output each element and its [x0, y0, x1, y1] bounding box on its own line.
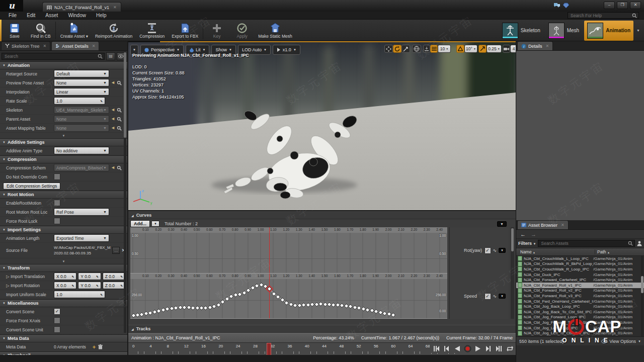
help-search-input[interactable]: [570, 13, 632, 19]
curve-options-dropdown[interactable]: ▼: [499, 294, 506, 299]
asset-row[interactable]: NJA_Cbt_Fwd_OneHand_Cartwheel_IP/Game/Ni…: [516, 299, 644, 304]
asset-row[interactable]: NJA_Cbt_CrouchWalk_R_BkPd_Loop_I/Game/Ni…: [516, 261, 644, 267]
number-field-import-uniform-scale[interactable]: 1.0⬉: [54, 291, 105, 298]
tab-asset-details[interactable]: Asset Details ✕: [51, 41, 99, 50]
browse-icon[interactable]: [117, 80, 122, 85]
playhead-line[interactable]: [269, 233, 270, 273]
dropdown-animation-length[interactable]: Exported Time▼: [54, 234, 109, 242]
menu-help[interactable]: Help: [92, 12, 111, 19]
asset-row[interactable]: NJA_Cbt_CrouchWalk_L_Loop_IPC/Game/Ninja…: [516, 256, 644, 261]
asset-row[interactable]: NJA_Cbt_Forward_Roll_v1_IPC/Game/Ninja_0…: [516, 283, 644, 288]
delete-elements-icon[interactable]: [98, 344, 103, 349]
reset-to-default-icon[interactable]: ◄: [111, 107, 115, 113]
curves-header[interactable]: ◢ Curves: [128, 211, 516, 219]
save-button[interactable]: Save: [2, 20, 27, 41]
curve-plot[interactable]: 256.00256.000.00: [130, 279, 447, 319]
scale-snap-icon[interactable]: [478, 45, 487, 53]
export-to-fbx-button[interactable]: Export to FBX: [168, 20, 202, 41]
rotation-snap-value[interactable]: 10°▼: [464, 45, 477, 53]
curves-scrollbar[interactable]: [511, 227, 514, 319]
mode-animation-button[interactable]: Animation: [584, 21, 633, 41]
preview-viewport[interactable]: z y ▼ Perspective▼ Lit▼ Show▼ LOD Auto▼ …: [128, 42, 516, 210]
step-forward-button[interactable]: [485, 344, 493, 353]
step-backward-button[interactable]: [442, 344, 450, 353]
asset-row[interactable]: NJA_Cbt_Jog_Left_Loop_IPC/Game/Ninja_01/…: [516, 325, 644, 331]
checkbox-force-root-lock[interactable]: [54, 218, 60, 224]
create-asset-button[interactable]: Create Asset ▾: [57, 20, 92, 41]
axis-field-y[interactable]: Y 0.0⬉: [78, 273, 101, 280]
loop-button[interactable]: [506, 344, 514, 353]
asset-row[interactable]: NJA_Cbt_Forward_Roll_v3_IPC/Game/Ninja_0…: [516, 293, 644, 299]
checkbox-do-not-override-com[interactable]: [54, 173, 60, 180]
curve-lane-speed[interactable]: 0.100.200.300.400.500.600.700.800.901.00…: [130, 274, 447, 319]
reset-to-default-icon[interactable]: ◄: [111, 79, 115, 86]
section-header-transform[interactable]: ▼Transform: [0, 264, 127, 272]
dropdown-retarget-source[interactable]: Default▼: [54, 70, 109, 77]
curve-options-dropdown[interactable]: ▼: [499, 248, 506, 253]
playhead-line[interactable]: [269, 227, 270, 233]
asset-row[interactable]: NJA_Cbt_Jog_Back_Loop_IPC/Game/Ninja_01/…: [516, 304, 644, 309]
left-panel-scrollbar[interactable]: [124, 51, 126, 333]
section-header-compression[interactable]: ▼Compression: [0, 155, 127, 163]
surface-snap-icon[interactable]: [423, 45, 430, 53]
asset-row[interactable]: NJA_Cbt_Jog_Forward_Loop_IPC/Game/Ninja_…: [516, 315, 644, 320]
column-settings-icon[interactable]: ▤: [106, 52, 115, 60]
go-to-front-button[interactable]: [432, 344, 440, 353]
asset-row[interactable]: NJA_Cbt_CrouchWalk_R_Loop_IPC/Game/Ninja…: [516, 266, 644, 272]
mode-skeleton-button[interactable]: Skeleton: [499, 21, 543, 41]
checkbox-convert-scene-unit[interactable]: [54, 326, 60, 333]
scale-tool-button[interactable]: [401, 45, 410, 53]
number-field-rate-scale[interactable]: 1.0⬉: [54, 97, 105, 105]
back-arrow-icon[interactable]: ←: [520, 231, 526, 237]
curve-visible-checkbox[interactable]: ✓: [485, 293, 491, 300]
edit-compression-settings-button[interactable]: Edit Compression Settings: [3, 183, 60, 190]
section-header-meta-data[interactable]: ▼Meta Data: [0, 334, 127, 342]
asset-row[interactable]: NJA_Cbt_Duck_IPC/Game/Ninja_01/Anim: [516, 272, 644, 278]
column-header-name[interactable]: Name ▲: [516, 249, 595, 254]
reset-to-default-icon[interactable]: ◄: [111, 116, 115, 122]
menu-window[interactable]: Window: [63, 12, 91, 19]
find-in-cb-button[interactable]: Find in CB: [27, 20, 54, 41]
asset-search-input[interactable]: [540, 240, 628, 246]
browse-icon[interactable]: [117, 126, 122, 131]
checkbox-convert-scene[interactable]: ✓: [54, 308, 60, 315]
browse-icon[interactable]: [117, 117, 122, 122]
tab-close-icon[interactable]: ✕: [43, 44, 47, 48]
play-reverse-button[interactable]: [453, 344, 461, 353]
go-to-end-button[interactable]: [495, 344, 503, 353]
world-coordinate-icon[interactable]: [412, 45, 421, 53]
axis-field-z[interactable]: Z 0.0⬉: [103, 282, 125, 289]
maximize-button[interactable]: ❐: [617, 2, 628, 9]
asset-row[interactable]: NJA_Cbt_Jog_Left_To_Cbt_Std_IPC/Game/Nin…: [516, 330, 644, 336]
browse-icon[interactable]: [117, 165, 122, 170]
camera-speed-value[interactable]: 4: [510, 45, 516, 53]
mode-mesh-button[interactable]: Mesh: [545, 21, 582, 41]
timeline-scrub-handle[interactable]: [267, 343, 271, 355]
compression-button[interactable]: Compression: [136, 20, 168, 41]
make-static-mesh-button[interactable]: Make Static Mesh: [255, 20, 296, 41]
asset-search-box[interactable]: [538, 240, 635, 247]
tab-close-icon[interactable]: ✕: [113, 5, 117, 10]
curves-options-dropdown[interactable]: ▼: [497, 221, 507, 227]
reimport-animation-button[interactable]: Reimport Animation: [92, 20, 136, 41]
add-curve-button[interactable]: Add...: [130, 220, 150, 227]
dropdown-root-motion-root-loc[interactable]: Ref Pose▼: [54, 208, 109, 216]
view-options-button[interactable]: View Options▼: [601, 339, 641, 344]
minimize-button[interactable]: –: [604, 2, 615, 9]
details-search-box[interactable]: [2, 53, 105, 60]
curve-plot[interactable]: 1.000.501.000.50: [130, 233, 447, 274]
tab-details[interactable]: i Details ✕: [517, 41, 553, 50]
play-forward-button[interactable]: [474, 344, 482, 353]
checkbox-force-front-xaxis[interactable]: [54, 317, 60, 324]
axis-field-x[interactable]: X 0.0⬉: [54, 282, 76, 289]
asset-row[interactable]: NJA_Cbt_Jog_Forward_To_Cbt_Std_IPC/Game/…: [516, 320, 644, 325]
column-header-path[interactable]: Path ▲: [595, 249, 644, 254]
record-button[interactable]: [463, 344, 471, 353]
forward-arrow-icon[interactable]: →: [531, 231, 536, 237]
curve-lane-rotyaw[interactable]: 0.100.200.300.400.500.600.700.800.901.00…: [130, 227, 447, 274]
tab-close-icon[interactable]: ✕: [92, 44, 96, 48]
section-header-additive-settings[interactable]: ▼Additive Settings: [0, 138, 127, 146]
timeline-scrubber-bar[interactable]: 04812162024283236404448525660646872: [128, 342, 516, 355]
scale-snap-value[interactable]: 0.25▼: [487, 45, 502, 53]
menu-asset[interactable]: Asset: [41, 12, 62, 19]
